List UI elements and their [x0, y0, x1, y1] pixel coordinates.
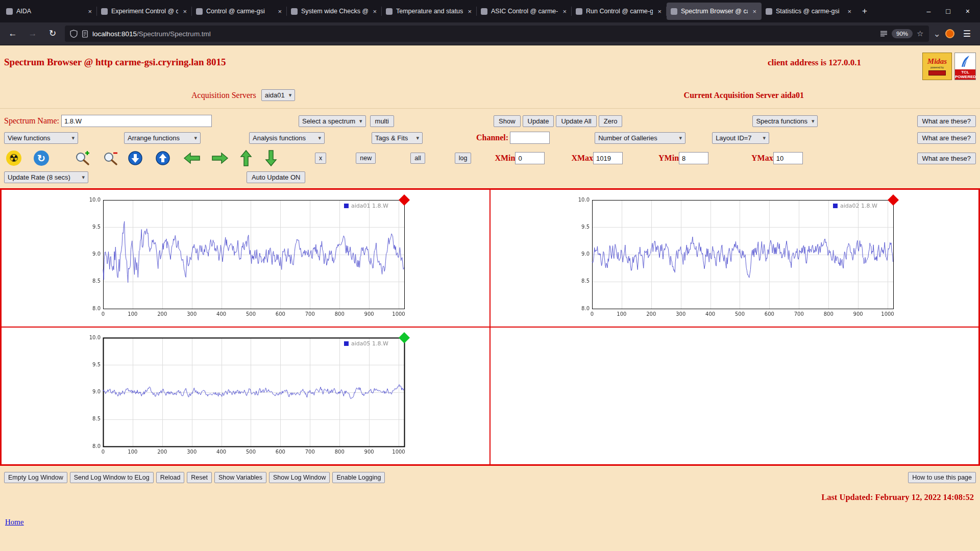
multi-button[interactable]: multi: [370, 115, 394, 127]
back-button[interactable]: ←: [5, 26, 20, 41]
empty-log-window-button[interactable]: Empty Log Window: [4, 472, 67, 483]
tab-close-icon[interactable]: ×: [467, 8, 473, 15]
view-functions-dropdown[interactable]: View functions: [4, 132, 78, 144]
what-are-these-button-1[interactable]: What are these?: [917, 115, 976, 127]
select-a-spectrum-dropdown[interactable]: Select a spectrum: [299, 115, 366, 127]
tags-and-fits-dropdown[interactable]: Tags & Fits: [372, 132, 423, 144]
arrow-right-icon[interactable]: [210, 152, 230, 165]
number-of-galleries-dropdown[interactable]: Number of Galleries: [595, 132, 685, 144]
tab-run-control[interactable]: Run Control @ carme-gs×: [572, 3, 667, 20]
tab-asic-control[interactable]: ASIC Control @ carme-g×: [477, 3, 572, 20]
arrange-functions-dropdown[interactable]: Arrange functions: [124, 132, 201, 144]
pocket-icon[interactable]: ⌄: [934, 29, 941, 39]
midas-logo[interactable]: Midas powered by: [922, 53, 952, 80]
reset-button[interactable]: Reset: [187, 472, 212, 483]
reload-button[interactable]: ↻: [45, 26, 60, 41]
zero-button[interactable]: Zero: [599, 115, 623, 127]
show-button[interactable]: Show: [494, 115, 521, 127]
show-log-window-button[interactable]: Show Log Window: [269, 472, 330, 483]
gallery-cell-empty: [490, 327, 979, 465]
arrow-down-icon[interactable]: [264, 149, 278, 167]
new-tab-button[interactable]: +: [856, 6, 873, 16]
xmax-label: XMax: [571, 154, 593, 163]
blue-orb-up-icon[interactable]: [155, 151, 170, 166]
spectra-functions-dropdown[interactable]: Spectra functions: [752, 115, 818, 127]
show-variables-button[interactable]: Show Variables: [214, 472, 266, 483]
minimize-button[interactable]: –: [927, 7, 931, 15]
refresh-icon[interactable]: ↻: [34, 151, 49, 166]
spectrum-name-input[interactable]: [61, 115, 212, 127]
tab-close-icon[interactable]: ×: [561, 8, 568, 15]
tab-close-icon[interactable]: ×: [182, 8, 188, 15]
arrow-up-icon[interactable]: [239, 149, 253, 167]
tab-close-icon[interactable]: ×: [277, 8, 283, 15]
log-controls-row: Empty Log Window Send Log Window to ELog…: [4, 472, 976, 483]
enable-logging-button[interactable]: Enable Logging: [332, 472, 385, 483]
how-to-use-button[interactable]: How to use this page: [908, 472, 976, 483]
page-header: Spectrum Browser @ http carme-gsi.cryrin…: [0, 45, 980, 80]
zoom-level-badge[interactable]: 90%: [892, 29, 913, 38]
send-log-to-elog-button[interactable]: Send Log Window to ELog: [70, 472, 154, 483]
url-bar[interactable]: localhost:8015/Spectrum/Spectrum.tml 90%…: [65, 26, 929, 42]
update-all-button[interactable]: Update All: [556, 115, 596, 127]
blue-orb-down-icon[interactable]: [128, 151, 143, 166]
ymax-input[interactable]: [773, 152, 803, 164]
zoom-out-icon[interactable]: [103, 151, 119, 166]
account-icon[interactable]: [945, 29, 954, 38]
tab-aida[interactable]: AIDA×: [2, 3, 97, 20]
acquisition-server-select[interactable]: aida01: [261, 89, 296, 101]
spectrum-plot-aida02[interactable]: [569, 193, 900, 322]
ymin-input[interactable]: [679, 152, 708, 164]
maximize-button[interactable]: □: [946, 7, 950, 15]
update-rate-row: Update Rate (8 secs) Auto Update ON: [0, 171, 980, 183]
update-button[interactable]: Update: [523, 115, 554, 127]
tab-close-icon[interactable]: ×: [656, 8, 663, 15]
ymin-label: YMin: [658, 154, 679, 163]
page-info-icon[interactable]: [82, 30, 88, 38]
log-button[interactable]: log: [455, 153, 472, 164]
home-link[interactable]: Home: [5, 518, 24, 526]
spectrum-plot-aida01[interactable]: [80, 193, 411, 322]
radiation-icon[interactable]: ☢: [6, 151, 21, 166]
tab-control[interactable]: Control @ carme-gsi×: [192, 3, 287, 20]
tab-experiment-control[interactable]: Experiment Control @ ca×: [97, 3, 192, 20]
what-are-these-button-2[interactable]: What are these?: [917, 132, 976, 144]
zoom-in-icon[interactable]: [75, 151, 91, 166]
tab-close-icon[interactable]: ×: [846, 8, 852, 15]
tab-temperature[interactable]: Temperature and status×: [382, 3, 477, 20]
ymax-label: YMax: [751, 154, 773, 163]
spectrum-plot-aida05[interactable]: [80, 331, 411, 460]
all-button[interactable]: all: [410, 153, 425, 164]
channel-input[interactable]: [510, 132, 550, 144]
layout-id-dropdown[interactable]: Layout ID=7: [712, 132, 769, 144]
what-are-these-button-3[interactable]: What are these?: [917, 153, 976, 164]
tab-spectrum-browser[interactable]: Spectrum Browser @ ca×: [667, 3, 762, 20]
spectrum-gallery: [0, 188, 980, 466]
acquisition-row: Acquisition Servers aida01 Current Acqui…: [0, 89, 980, 101]
gallery-cell-aida02: [490, 189, 979, 327]
arrow-left-icon[interactable]: [182, 152, 202, 165]
update-rate-dropdown[interactable]: Update Rate (8 secs): [4, 171, 88, 183]
reload-page-button[interactable]: Reload: [156, 472, 185, 483]
tab-statistics[interactable]: Statistics @ carme-gsi×: [762, 3, 856, 20]
tab-close-icon[interactable]: ×: [751, 8, 757, 15]
analysis-functions-dropdown[interactable]: Analysis functions: [249, 132, 325, 144]
tab-favicon: [6, 8, 13, 15]
x-button[interactable]: x: [315, 153, 326, 164]
close-button[interactable]: ×: [966, 7, 970, 15]
tcl-powered-logo[interactable]: TCL POWERED: [954, 53, 976, 80]
tab-close-icon[interactable]: ×: [87, 8, 93, 15]
tab-system-checks[interactable]: System wide Checks @ c×: [287, 3, 382, 20]
tab-close-icon[interactable]: ×: [372, 8, 378, 15]
tab-favicon: [196, 8, 203, 15]
bookmark-star-icon[interactable]: ☆: [917, 29, 923, 38]
forward-button[interactable]: →: [25, 26, 40, 41]
shield-icon[interactable]: [70, 30, 78, 38]
xmax-input[interactable]: [593, 152, 623, 164]
new-button[interactable]: new: [356, 153, 376, 164]
tab-favicon: [576, 8, 582, 15]
menu-icon[interactable]: ☰: [959, 29, 975, 39]
auto-update-button[interactable]: Auto Update ON: [247, 171, 305, 183]
reader-mode-icon[interactable]: [880, 31, 888, 37]
xmin-input[interactable]: [515, 152, 545, 164]
